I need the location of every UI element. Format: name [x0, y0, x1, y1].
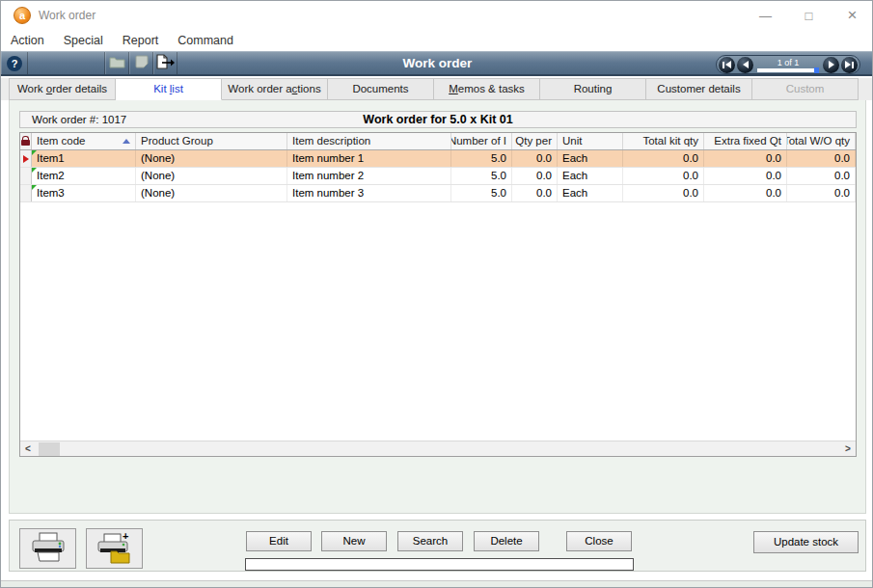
first-record-icon[interactable]	[719, 57, 735, 73]
cell-unit: Each	[558, 168, 623, 184]
tab-work-order-actions[interactable]: Work order actions	[222, 78, 328, 100]
record-position-slider[interactable]: 1 of 1	[754, 58, 822, 72]
toolbar: ? Work order 1 of 1	[1, 51, 873, 76]
row-selector-cell	[20, 168, 32, 184]
minimize-icon[interactable]: —	[744, 1, 787, 30]
sort-ascending-icon	[123, 139, 130, 144]
column-header-total-w-o-qty[interactable]: Total W/O qty	[787, 133, 856, 149]
note-button[interactable]	[129, 52, 153, 74]
tab-memos-tasks[interactable]: Memos & tasks	[434, 78, 540, 100]
titlebar: a Work order — □ ×	[1, 1, 873, 30]
cell-unit: Each	[558, 150, 623, 167]
open-folder-button[interactable]	[105, 52, 129, 74]
bottom-panel: + Edit New Search Delete Close Update st…	[9, 520, 866, 572]
record-thumb[interactable]	[814, 67, 819, 73]
progress-bar	[245, 558, 634, 571]
cell-extra-fixed-qt: 0.0	[704, 185, 787, 201]
column-header-number-of-i[interactable]: Number of I	[451, 133, 512, 149]
printer-add-icon: +	[96, 531, 133, 567]
items-grid: Item codeProduct GroupItem descriptionNu…	[19, 132, 857, 457]
table-row[interactable]: Item1(None)Item number 15.00.0Each0.00.0…	[20, 150, 856, 168]
edit-button[interactable]: Edit	[246, 531, 312, 551]
work-order-window: a Work order — □ × ActionSpecialReportCo…	[0, 0, 873, 588]
grid-header-row: Item codeProduct GroupItem descriptionNu…	[20, 133, 856, 150]
column-header-qty-per[interactable]: Qty per	[512, 133, 558, 149]
column-header-item-code[interactable]: Item code	[32, 133, 136, 149]
folder-icon	[109, 55, 125, 71]
cell-qty-per: 0.0	[512, 168, 558, 184]
row-selector-cell	[20, 185, 32, 201]
cell-item-code: Item2	[32, 168, 136, 184]
new-button[interactable]: New	[321, 531, 387, 551]
column-header-extra-fixed-qt[interactable]: Extra fixed Qt	[704, 133, 787, 149]
cell-product-group: (None)	[136, 150, 287, 167]
note-icon	[135, 55, 149, 71]
cell-total-kit-qty: 0.0	[623, 185, 704, 201]
help-icon: ?	[7, 56, 22, 71]
grid-empty-area	[20, 202, 856, 441]
tab-kit-list[interactable]: Kit list	[116, 78, 222, 100]
cell-product-group: (None)	[136, 185, 287, 201]
delete-button[interactable]: Delete	[474, 531, 539, 551]
cell-qty-per: 0.0	[512, 185, 558, 201]
grid-title: Work order for 5.0 x Kit 01	[20, 113, 856, 126]
search-button[interactable]: Search	[397, 531, 463, 551]
cell-product-group: (None)	[136, 168, 287, 184]
work-order-grid: Work order #: 1017 Work order for 5.0 x …	[19, 111, 857, 457]
app-icon: a	[14, 7, 31, 24]
row-selector-header	[20, 133, 32, 149]
tab-routing[interactable]: Routing	[540, 78, 646, 100]
window-controls: — □ ×	[744, 1, 873, 30]
cell-item-description: Item number 2	[287, 168, 451, 184]
print-to-file-button[interactable]: +	[86, 528, 143, 569]
kit-list-page: Work order #: 1017 Work order for 5.0 x …	[9, 100, 866, 514]
update-stock-button[interactable]: Update stock	[753, 531, 859, 553]
close-icon[interactable]: ×	[831, 1, 873, 30]
help-button[interactable]: ?	[1, 52, 28, 74]
last-record-icon[interactable]	[841, 57, 858, 73]
status-bar	[1, 580, 873, 588]
lock-icon	[21, 140, 30, 146]
toolbar-spacer	[28, 52, 105, 74]
cell-number-of-i: 5.0	[451, 168, 512, 184]
menu-special[interactable]: Special	[54, 32, 113, 49]
cell-item-code: Item3	[32, 185, 136, 201]
svg-text:+: +	[123, 531, 128, 542]
scroll-right-icon[interactable]: >	[840, 443, 856, 454]
table-row[interactable]: Item2(None)Item number 25.00.0Each0.00.0…	[20, 168, 856, 185]
print-button[interactable]	[19, 528, 76, 569]
cell-extra-fixed-qt: 0.0	[704, 168, 787, 184]
previous-record-icon[interactable]	[737, 57, 753, 73]
column-header-total-kit-qty[interactable]: Total kit qty	[623, 133, 704, 149]
tab-work-order-details[interactable]: Work order details	[9, 78, 116, 100]
scroll-left-icon[interactable]: <	[20, 443, 36, 454]
cell-total-kit-qty: 0.0	[623, 150, 704, 167]
export-icon	[156, 54, 176, 72]
column-header-item-description[interactable]: Item description	[287, 133, 451, 149]
column-header-product-group[interactable]: Product Group	[136, 133, 287, 149]
export-button[interactable]	[153, 52, 177, 74]
cell-item-code: Item1	[32, 150, 136, 167]
scrollbar-thumb[interactable]	[39, 442, 60, 456]
cell-item-description: Item number 3	[287, 185, 451, 201]
menu-command[interactable]: Command	[168, 32, 243, 49]
record-position-label: 1 of 1	[778, 58, 800, 67]
cell-qty-per: 0.0	[512, 150, 558, 167]
record-track	[757, 68, 819, 72]
cell-total-w-o-qty: 0.0	[787, 150, 856, 167]
cell-item-description: Item number 1	[287, 150, 451, 167]
menu-action[interactable]: Action	[1, 32, 54, 49]
window-title: Work order	[39, 9, 95, 22]
close-button[interactable]: Close	[566, 531, 632, 551]
grid-caption: Work order #: 1017 Work order for 5.0 x …	[19, 111, 857, 128]
tab-customer-details[interactable]: Customer details	[646, 78, 752, 100]
column-header-unit[interactable]: Unit	[558, 133, 623, 149]
next-record-icon[interactable]	[823, 57, 839, 73]
table-row[interactable]: Item3(None)Item number 35.00.0Each0.00.0…	[20, 185, 856, 202]
menu-report[interactable]: Report	[113, 32, 169, 49]
cell-total-kit-qty: 0.0	[623, 168, 704, 184]
horizontal-scrollbar[interactable]: < >	[20, 441, 856, 456]
tab-documents[interactable]: Documents	[328, 78, 434, 100]
maximize-icon[interactable]: □	[787, 1, 831, 30]
row-selector-cell	[20, 150, 32, 167]
